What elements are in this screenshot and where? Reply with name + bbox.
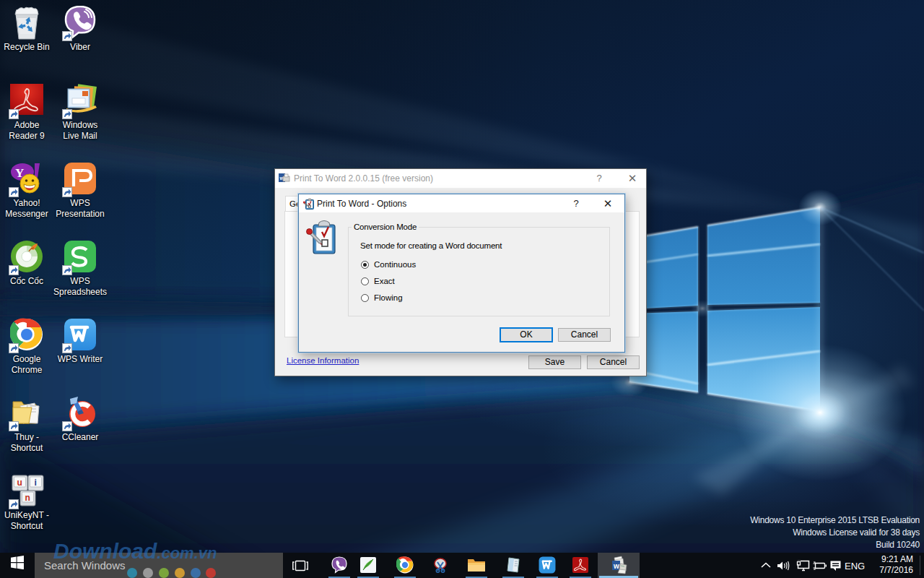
svg-text:n: n: [25, 493, 30, 503]
svg-text:u: u: [17, 478, 22, 488]
svg-text:i: i: [35, 478, 37, 488]
svg-text:w: w: [613, 562, 619, 570]
